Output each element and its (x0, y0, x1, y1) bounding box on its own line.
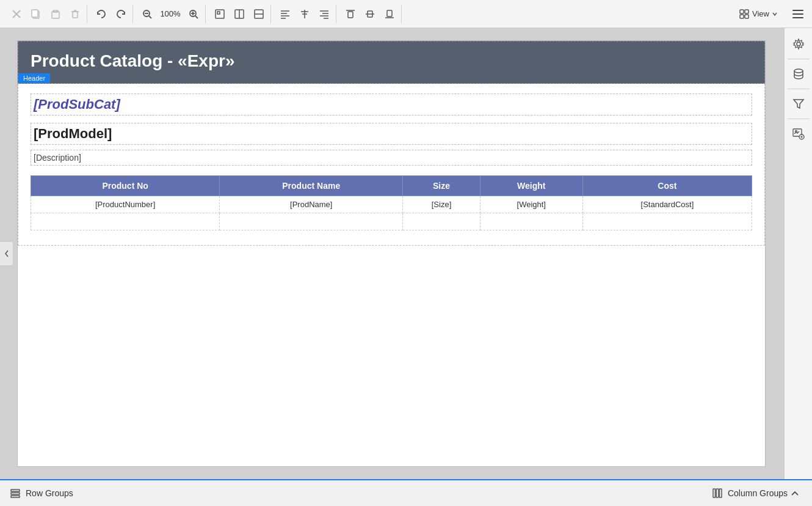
align-center-button[interactable] (295, 5, 314, 23)
svg-rect-56 (719, 489, 722, 497)
valign-middle-button[interactable] (361, 5, 379, 23)
prodsubcat-field[interactable]: [ProdSubCat] (31, 94, 752, 116)
valign-top-button[interactable] (341, 5, 360, 23)
svg-rect-42 (745, 15, 749, 18)
row-groups-label: Row Groups (26, 488, 73, 498)
svg-rect-52 (11, 493, 20, 494)
menu-button[interactable] (789, 5, 807, 23)
frame-btn-3[interactable] (250, 5, 268, 23)
undo-button[interactable] (92, 5, 111, 23)
view-label: View (752, 9, 769, 18)
zoom-out-button[interactable] (138, 5, 156, 23)
component-settings-button[interactable] (788, 123, 810, 145)
col-size[interactable]: Size (403, 176, 480, 196)
row-groups-item[interactable]: Row Groups (10, 488, 73, 499)
sidebar-divider-1 (788, 59, 810, 59)
delete-button[interactable] (66, 5, 84, 23)
report-body: [ProdSubCat] [ProdModel] [Description] P… (18, 84, 765, 246)
canvas-area: Product Catalog - «Expr» Header [ProdSub… (0, 28, 784, 479)
paste-button[interactable] (46, 5, 65, 23)
filter-icon (792, 98, 805, 110)
svg-rect-55 (716, 489, 719, 497)
svg-rect-3 (32, 10, 38, 17)
sidebar-divider-2 (788, 89, 810, 89)
frame-group (208, 5, 271, 23)
database-icon (792, 68, 805, 80)
menu-line-1 (792, 10, 803, 11)
col-cost[interactable]: Cost (582, 176, 752, 196)
copy-style-button[interactable] (27, 5, 45, 23)
report-title: Product Catalog - «Expr» (31, 51, 752, 71)
column-groups-item[interactable]: Column Groups (712, 488, 788, 499)
toolbar: 100% (0, 0, 812, 28)
svg-rect-51 (11, 490, 20, 491)
redo-button[interactable] (112, 5, 130, 23)
frame-btn-1[interactable] (211, 5, 229, 23)
close-button[interactable] (7, 5, 26, 23)
menu-line-3 (792, 17, 803, 18)
main-area: Product Catalog - «Expr» Header [ProdSub… (0, 28, 812, 479)
report-header-band: Product Catalog - «Expr» Header (18, 41, 765, 84)
column-groups-icon (712, 488, 723, 499)
properties-button[interactable] (788, 33, 810, 55)
view-button[interactable]: View (733, 6, 784, 22)
svg-marker-45 (794, 100, 803, 108)
svg-rect-40 (745, 10, 749, 13)
collapse-bottom-button[interactable] (788, 486, 802, 501)
svg-point-44 (794, 69, 803, 73)
chevron-down-icon (772, 11, 778, 17)
svg-rect-41 (740, 15, 744, 18)
cell-prod-name: [ProdName] (220, 196, 403, 213)
col-weight[interactable]: Weight (480, 176, 582, 196)
align-right-button[interactable] (315, 5, 333, 23)
align-left-button[interactable] (276, 5, 294, 23)
cell-weight: [Weight] (480, 196, 582, 213)
cell-size: [Size] (403, 196, 480, 213)
menu-line-2 (792, 13, 803, 15)
right-sidebar (784, 28, 812, 479)
table-empty-row (31, 213, 752, 230)
data-button[interactable] (788, 63, 810, 85)
column-groups-label: Column Groups (728, 488, 788, 498)
edit-group (5, 5, 87, 23)
svg-point-50 (795, 131, 797, 133)
table-data-row[interactable]: [ProductNumber] [ProdName] [Size] [Weigh… (31, 196, 752, 213)
svg-rect-34 (348, 12, 353, 18)
prodmodel-field[interactable]: [ProdModel] (31, 123, 752, 145)
svg-rect-38 (387, 10, 392, 16)
zoom-level: 100% (158, 9, 183, 18)
valign-bottom-button[interactable] (380, 5, 399, 23)
description-field[interactable]: [Description] (31, 150, 752, 166)
svg-rect-54 (713, 489, 716, 497)
svg-point-43 (797, 42, 800, 46)
table-header-row: Product No Product Name Size Weight Cost (31, 176, 752, 196)
chevron-left-icon (4, 249, 10, 258)
cell-standard-cost: [StandardCost] (582, 196, 752, 213)
svg-rect-7 (73, 12, 78, 18)
svg-rect-39 (740, 10, 744, 13)
image-settings-icon (792, 127, 805, 141)
svg-rect-53 (11, 496, 20, 497)
cell-product-number: [ProductNumber] (31, 196, 220, 213)
data-table: Product No Product Name Size Weight Cost… (31, 175, 752, 230)
report-canvas: Product Catalog - «Expr» Header [ProdSub… (17, 40, 766, 467)
align-group-1 (274, 5, 336, 23)
filter-button[interactable] (788, 93, 810, 115)
collapse-panel-button[interactable] (0, 241, 13, 266)
header-band-label: Header (18, 73, 50, 83)
zoom-group: 100% (136, 5, 206, 23)
view-icon (739, 9, 750, 20)
chevron-up-icon (790, 488, 800, 498)
col-product-no[interactable]: Product No (31, 176, 220, 196)
svg-rect-17 (217, 12, 220, 14)
svg-line-13 (195, 16, 198, 18)
svg-line-10 (149, 16, 151, 18)
col-product-name[interactable]: Product Name (220, 176, 403, 196)
zoom-in-button[interactable] (184, 5, 203, 23)
gear-icon (792, 38, 805, 50)
bottom-right-area (788, 486, 802, 501)
history-group (90, 5, 133, 23)
frame-btn-2[interactable] (230, 5, 248, 23)
align-group-2 (339, 5, 402, 23)
bottom-bar: Row Groups Column Groups (0, 479, 812, 506)
